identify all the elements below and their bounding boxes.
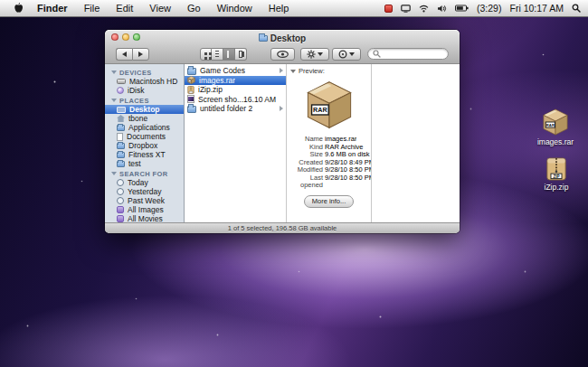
sidebar-section-devices[interactable]: DEVICES bbox=[105, 67, 184, 77]
file-row-game-codes[interactable]: Game Codes bbox=[185, 66, 286, 76]
info-value: RAR Archive bbox=[325, 144, 364, 152]
chevron-down-icon bbox=[349, 52, 355, 56]
sidebar-item-home[interactable]: tbone bbox=[105, 114, 184, 123]
sidebar-section-places[interactable]: PLACES bbox=[105, 95, 184, 105]
preview-info-row: KindRAR Archive bbox=[287, 144, 371, 152]
clock-icon bbox=[117, 197, 124, 204]
zoom-button[interactable] bbox=[133, 33, 140, 41]
menu-window[interactable]: Window bbox=[209, 0, 261, 17]
sidebar-item-test[interactable]: test bbox=[105, 159, 184, 168]
preview-label[interactable]: Preview: bbox=[287, 67, 325, 75]
menu-go[interactable]: Go bbox=[179, 0, 209, 17]
menu-bar-status-area: (3:29) Fri 10:17 AM bbox=[384, 3, 581, 14]
folder-icon bbox=[117, 152, 125, 158]
menu-view[interactable]: View bbox=[141, 0, 179, 17]
menu-file[interactable]: File bbox=[76, 0, 109, 17]
sidebar-item-past-week[interactable]: Past Week bbox=[105, 196, 184, 205]
spotlight-icon[interactable] bbox=[572, 4, 581, 13]
disclosure-triangle-icon bbox=[290, 70, 296, 73]
action-menu-button[interactable] bbox=[300, 48, 329, 61]
sidebar-item-desktop[interactable]: Desktop bbox=[105, 105, 184, 114]
section-title: SEARCH FOR bbox=[119, 170, 168, 178]
section-title: PLACES bbox=[119, 97, 149, 105]
sidebar-item-all-images[interactable]: All Images bbox=[105, 205, 184, 214]
file-row-untitled-folder-2[interactable]: untitled folder 2 bbox=[185, 104, 286, 114]
zip-badge-text: ZIP bbox=[553, 174, 559, 179]
search-input[interactable] bbox=[381, 50, 443, 59]
menu-help[interactable]: Help bbox=[261, 0, 298, 17]
sidebar-item-today[interactable]: Today bbox=[105, 178, 184, 187]
folder-icon bbox=[187, 68, 196, 75]
view-mode-control bbox=[200, 48, 247, 61]
menu-finder[interactable]: Finder bbox=[29, 0, 76, 17]
desktop-icon-images-rar[interactable]: RAR images.rar bbox=[529, 108, 582, 146]
disc-icon bbox=[338, 50, 347, 59]
coverflow-view-button[interactable] bbox=[235, 48, 247, 61]
sidebar-item-label: Past Week bbox=[128, 196, 165, 205]
disclosure-triangle-icon bbox=[111, 99, 117, 102]
coverflow-view-icon bbox=[239, 51, 242, 58]
rar-archive-icon: RAR bbox=[542, 108, 569, 136]
sidebar-item-all-movies[interactable]: All Movies bbox=[105, 214, 184, 222]
eye-icon bbox=[277, 51, 289, 58]
sidebar-item-idisk[interactable]: iDisk bbox=[105, 86, 184, 95]
preview-info-row: Modified9/28/10 8:50 PM bbox=[287, 166, 371, 174]
file-row-images-rar[interactable]: images.rar bbox=[185, 76, 286, 86]
sidebar-item-label: Today bbox=[128, 178, 148, 187]
preview-info-row: Last opened9/28/10 8:50 PM bbox=[287, 174, 371, 190]
sidebar-item-label: iDisk bbox=[128, 86, 144, 95]
clock-icon bbox=[117, 188, 124, 195]
sidebar-item-label: test bbox=[128, 159, 141, 168]
empty-column bbox=[372, 64, 460, 222]
status-text: 1 of 5 selected, 196.58 GB available bbox=[228, 224, 337, 232]
list-view-button[interactable] bbox=[212, 48, 223, 61]
archive-menu-button[interactable] bbox=[332, 48, 361, 61]
wifi-icon[interactable] bbox=[419, 5, 429, 13]
info-value: images.rar bbox=[325, 136, 356, 144]
rar-badge-text: RAR bbox=[546, 123, 555, 127]
info-value: 9/28/10 8:50 PM bbox=[325, 166, 371, 174]
sidebar: DEVICES Macintosh HD iDisk PLACES Deskto… bbox=[105, 64, 185, 222]
icon-view-button[interactable] bbox=[200, 48, 212, 61]
sidebar-item-fitness-xt[interactable]: Fitness XT bbox=[105, 150, 184, 159]
sidebar-item-dropbox[interactable]: Dropbox bbox=[105, 141, 184, 150]
sidebar-item-documents[interactable]: Documents bbox=[105, 132, 184, 141]
file-row-screenshot[interactable]: Screen sho...16.10 AM bbox=[185, 95, 286, 105]
idisk-icon bbox=[117, 87, 124, 94]
sidebar-item-applications[interactable]: Applications bbox=[105, 123, 184, 132]
hard-drive-icon bbox=[117, 79, 126, 84]
traffic-lights bbox=[111, 33, 140, 41]
minimize-button[interactable] bbox=[122, 33, 129, 41]
folder-icon bbox=[187, 106, 196, 113]
quick-look-button[interactable] bbox=[270, 48, 295, 61]
menu-clock[interactable]: Fri 10:17 AM bbox=[509, 3, 564, 14]
folder-icon bbox=[117, 161, 125, 167]
sidebar-section-search-for[interactable]: SEARCH FOR bbox=[105, 168, 184, 178]
battery-icon[interactable] bbox=[455, 5, 469, 12]
sidebar-item-label: All Images bbox=[128, 205, 164, 214]
preview-column: Preview: RAR Nameimages.rar KindRAR Arch… bbox=[287, 64, 372, 222]
display-icon[interactable] bbox=[401, 5, 411, 13]
sidebar-item-yesterday[interactable]: Yesterday bbox=[105, 187, 184, 196]
menu-extra-app-icon[interactable] bbox=[384, 5, 393, 13]
clock-icon bbox=[117, 179, 124, 186]
gear-icon bbox=[307, 50, 316, 59]
menu-edit[interactable]: Edit bbox=[108, 0, 141, 17]
desktop-icon-izip-zip[interactable]: ZIP iZip.zip bbox=[530, 157, 583, 192]
search-field[interactable] bbox=[367, 48, 449, 60]
apple-menu[interactable] bbox=[7, 2, 29, 14]
file-row-izip-zip[interactable]: iZip.zip bbox=[185, 85, 286, 95]
column-view-button[interactable] bbox=[223, 48, 235, 61]
info-value: 9/28/10 8:49 PM bbox=[325, 159, 371, 167]
window-header[interactable]: Desktop bbox=[105, 30, 460, 64]
back-button[interactable] bbox=[116, 48, 132, 61]
desktop-icon-label: images.rar bbox=[537, 137, 574, 146]
more-info-button[interactable]: More info... bbox=[304, 195, 355, 208]
sidebar-item-macintosh-hd[interactable]: Macintosh HD bbox=[105, 77, 184, 86]
battery-time[interactable]: (3:29) bbox=[477, 3, 501, 14]
volume-icon[interactable] bbox=[437, 5, 447, 13]
close-button[interactable] bbox=[111, 33, 119, 41]
sidebar-item-label: All Movies bbox=[128, 214, 163, 222]
chevron-right-icon bbox=[280, 106, 283, 111]
forward-button[interactable] bbox=[132, 48, 149, 61]
